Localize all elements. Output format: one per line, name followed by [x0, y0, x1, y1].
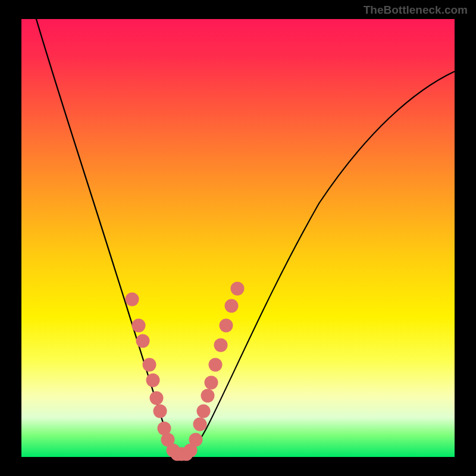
marker-dot: [225, 299, 239, 313]
marker-dot: [219, 319, 233, 333]
marker-dot: [214, 339, 227, 352]
marker-dot: [142, 358, 156, 372]
marker-dot: [131, 319, 145, 333]
chart-frame: TheBottleneck.com: [0, 0, 476, 476]
marker-dot: [150, 391, 164, 405]
marker-dot: [209, 358, 223, 372]
marker-dot: [189, 433, 202, 446]
marker-dot: [125, 293, 139, 306]
left-curve: [35, 19, 181, 456]
marker-dot: [153, 404, 167, 418]
watermark: TheBottleneck.com: [364, 4, 468, 17]
curve-layer: [21, 19, 455, 457]
marker-dot: [146, 374, 159, 387]
marker-dot: [230, 281, 244, 295]
marker-dot: [204, 375, 218, 389]
plot-area: [21, 19, 455, 457]
marker-dot: [196, 404, 210, 418]
marker-dot: [201, 389, 215, 402]
right-curve: [181, 71, 455, 456]
marker-dot: [136, 334, 149, 347]
marker-dot: [193, 417, 206, 431]
